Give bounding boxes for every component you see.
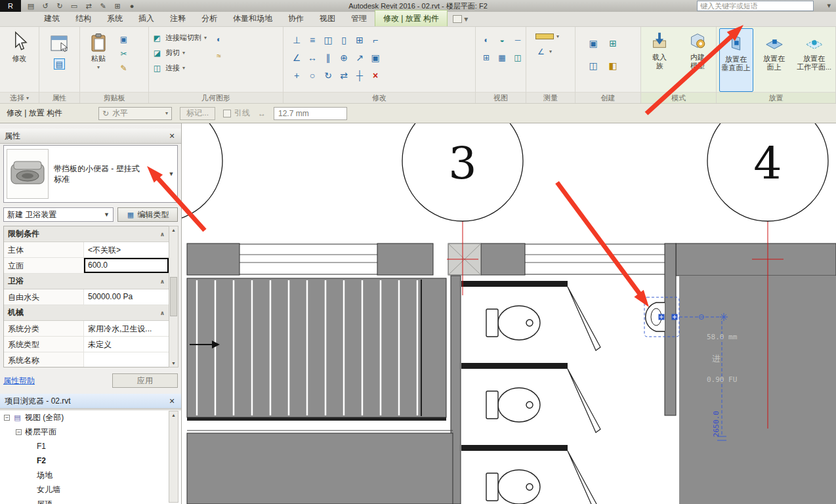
properties-palette-button[interactable] [45,31,75,56]
property-row-pressure[interactable]: 自由水头 50000.00 Pa [4,289,169,305]
edit-type-button[interactable]: ▦ 编辑类型 [117,207,178,222]
close-icon[interactable]: × [167,131,177,141]
close-icon[interactable]: × [167,396,177,406]
paste-button[interactable]: 粘贴 ▾ [81,30,115,89]
rotate-icon[interactable]: ↻ [322,69,335,82]
angle-icon[interactable]: ∠ [290,51,303,64]
rotate-center-icon[interactable]: ○ [306,69,319,82]
tab-structure[interactable]: 结构 [68,10,99,26]
tab-analyze[interactable]: 分析 [194,10,225,26]
section-plumbing[interactable]: 卫浴∧ [4,274,169,289]
properties-scrollbar[interactable]: ▲ ▼ [169,226,178,368]
create-group-icon[interactable]: ⊞ [606,37,619,50]
leader-checkbox[interactable]: 引线 [223,108,250,119]
tree-item-roof[interactable]: 屋顶 [0,497,182,504]
property-row-system-type[interactable]: 系统类型 未定义 [4,337,169,352]
scroll-up-icon[interactable]: ▲ [171,413,176,417]
join-icon[interactable]: ⊕ [337,51,350,64]
sync-icon[interactable]: ● [127,2,136,10]
dimension-button[interactable]: ∠ ▾ [535,46,559,57]
panel-display-toggle[interactable]: ▾ [453,14,468,26]
tab-massing-site[interactable]: 体量和场地 [225,10,280,26]
hide-elements-icon[interactable]: ◒ [497,34,508,45]
type-properties-icon[interactable]: ▤ [54,58,65,70]
apply-button[interactable]: 应用 [112,373,178,388]
copy-icon[interactable]: ▣ [369,51,382,64]
panel-label-create[interactable]: 创建 [575,92,640,103]
split-icon[interactable]: ∥ [322,51,335,64]
panel-label-select[interactable]: 选择▾ [0,92,39,103]
move-icon[interactable]: + [290,69,303,82]
scale-icon[interactable]: ↗ [353,51,366,64]
drawing-area[interactable]: 3 4 58.0 mm 进 0.90 FU [182,123,836,504]
floor-plan[interactable]: 3 4 58.0 mm 进 0.90 FU [182,123,836,504]
panel-label-properties[interactable]: 属性 [39,92,79,103]
visibility-graphics-icon[interactable]: ◐ [481,34,492,45]
stretch-icon[interactable]: ↔ [306,51,319,64]
section-constraints[interactable]: 限制条件∧ [4,226,169,242]
tag-on-placement-button[interactable]: 标记... [180,107,215,120]
swap-icon[interactable]: ⇄ [337,69,350,82]
instance-filter-select[interactable]: 新建 卫浴装置 ▼ [3,207,114,222]
default-3d-view-icon[interactable]: ⊞ [113,2,122,10]
pin-icon[interactable]: ┼ [353,69,366,82]
leader-length-input[interactable]: 12.7 mm [274,107,347,120]
property-row-system-name[interactable]: 系统名称 [4,352,169,368]
infocenter-search-input[interactable]: 键入关键字或短语 [697,1,814,11]
tab-view[interactable]: 视图 [312,10,343,26]
scroll-up-icon[interactable]: ▲ [171,228,176,232]
switch-windows-icon[interactable]: ⇄ [84,2,93,10]
create-assembly-icon[interactable]: ◫ [587,59,600,72]
match-type-icon[interactable]: ✎ [118,62,129,74]
modify-tool-button[interactable]: 修改 [3,27,37,92]
tree-item-f1[interactable]: F1 [0,439,182,453]
coping-button[interactable]: ◩ 连接端切割 ▾ [152,32,207,43]
panel-label-modify[interactable]: 修改 [283,92,475,103]
tab-systems[interactable]: 系统 [99,10,131,26]
tab-collaborate[interactable]: 协作 [280,10,312,26]
tab-architecture[interactable]: 建筑 [36,10,68,26]
panel-label-geometry[interactable]: 几何图形 [149,92,283,103]
property-row-host[interactable]: 主体 <不关联> [4,242,169,258]
tag-icon[interactable]: ✎ [98,2,108,10]
scroll-thumb[interactable] [170,277,177,316]
tree-expand-icon[interactable]: − [4,415,10,421]
align-icon[interactable]: ⊥ [290,33,303,47]
open-icon[interactable]: ▤ [26,2,35,10]
type-selector[interactable]: 带挡板的小便器 - 壁挂式 标准 ▼ [3,145,178,203]
place-on-work-plane-button[interactable]: 放置在 工作平面... [795,28,833,92]
array-icon[interactable]: ⊞ [353,33,366,47]
tree-item-views[interactable]: − ▤ 视图 (全部) [0,410,182,425]
tree-item-f2[interactable]: F2 [0,453,182,468]
create-similar-icon[interactable]: ▣ [587,37,600,50]
cut-geometry-button[interactable]: ◪ 剪切 ▾ [152,47,207,58]
place-on-face-button[interactable]: 放置在 面上 [757,28,791,92]
tab-annotate[interactable]: 注释 [162,10,194,26]
measure-button[interactable]: ▾ [535,33,559,39]
paint-icon[interactable]: ◐ [213,33,224,45]
project-browser-header[interactable]: 项目浏览器 - 02.rvt × [0,394,182,409]
mirror-axis-icon[interactable]: ◫ [322,33,335,47]
orientation-select[interactable]: ↻ 水平 ▾ [98,107,172,120]
tile-windows-icon[interactable]: ▦ [497,52,508,63]
demolish-icon[interactable]: ≈ [213,50,224,61]
section-mechanical[interactable]: 机械∧ [4,305,169,321]
properties-help-link[interactable]: 属性帮助 [3,375,35,387]
tree-item-parapet[interactable]: 女儿墙 [0,482,182,497]
new-window-icon[interactable]: ⊞ [481,52,492,63]
load-family-button[interactable]: 载入 族 [642,27,677,92]
mirror-pick-icon[interactable]: ▯ [337,33,350,47]
scroll-down-icon[interactable]: ▼ [171,361,176,366]
toilet-fixtures[interactable] [486,306,540,504]
panel-label-placement[interactable]: 放置 [717,92,835,103]
tree-item-site[interactable]: 场地 [0,468,182,482]
cut-icon[interactable]: ✂ [118,48,129,59]
create-parts-icon[interactable]: ◧ [606,59,619,72]
revit-app-icon[interactable]: R [0,0,21,12]
elevation-input[interactable]: 600.0 [84,258,169,273]
panel-label-mode[interactable]: 模式 [641,92,716,103]
offset-icon[interactable]: ≡ [306,33,319,47]
property-row-system-classification[interactable]: 系统分类 家用冷水,卫生设... [4,321,169,337]
join-geometry-button[interactable]: ◫ 连接 ▾ [152,62,207,74]
properties-palette-header[interactable]: 属性 × [0,129,182,144]
